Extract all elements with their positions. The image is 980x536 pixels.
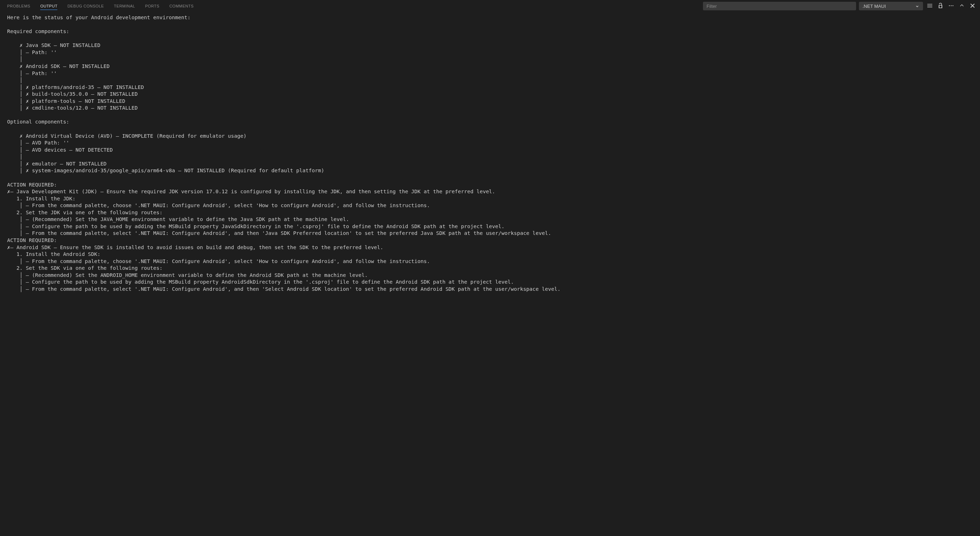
tab-problems[interactable]: PROBLEMS	[7, 3, 30, 10]
output-channel-select[interactable]: .NET MAUI	[859, 2, 923, 10]
channel-select-wrapper: .NET MAUI	[859, 2, 923, 10]
close-icon	[970, 3, 975, 10]
clear-output-button[interactable]	[926, 2, 934, 10]
tab-debug-console[interactable]: DEBUG CONSOLE	[67, 3, 103, 10]
output-content[interactable]: Here is the status of your Android devel…	[0, 13, 980, 536]
svg-point-2	[953, 5, 954, 6]
svg-point-0	[949, 5, 950, 6]
lock-scroll-button[interactable]	[937, 2, 944, 10]
chevron-up-icon	[959, 3, 965, 10]
panel-tabs: PROBLEMS OUTPUT DEBUG CONSOLE TERMINAL P…	[7, 3, 194, 10]
tab-ports[interactable]: PORTS	[145, 3, 159, 10]
tab-output[interactable]: OUTPUT	[40, 3, 57, 10]
header-actions: .NET MAUI	[703, 2, 977, 10]
more-actions-button[interactable]	[947, 2, 955, 10]
filter-input[interactable]	[703, 2, 856, 10]
tab-terminal[interactable]: TERMINAL	[114, 3, 135, 10]
clear-icon	[927, 3, 933, 10]
panel-header: PROBLEMS OUTPUT DEBUG CONSOLE TERMINAL P…	[0, 0, 980, 13]
ellipsis-icon	[948, 3, 954, 10]
maximize-panel-button[interactable]	[958, 2, 966, 10]
tab-comments[interactable]: COMMENTS	[170, 3, 194, 10]
close-panel-button[interactable]	[969, 2, 977, 10]
lock-open-icon	[938, 3, 943, 10]
svg-point-1	[951, 5, 952, 6]
